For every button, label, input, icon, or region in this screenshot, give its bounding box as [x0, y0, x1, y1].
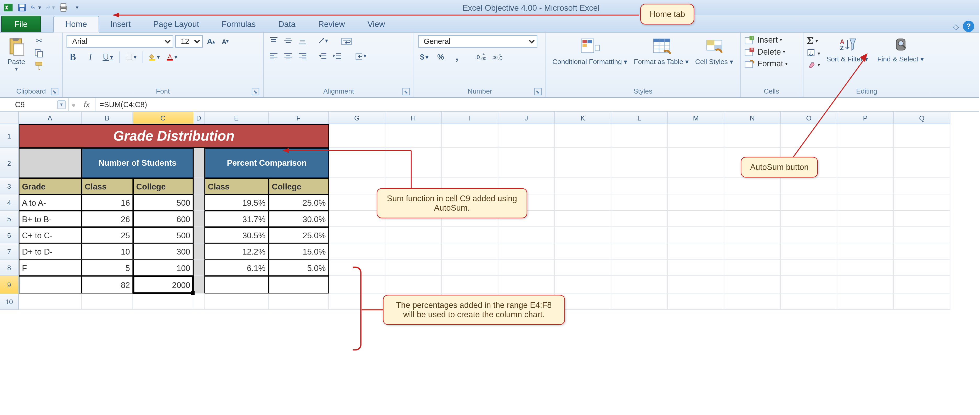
cell[interactable]: Grade Distribution — [19, 124, 329, 148]
align-middle-icon[interactable] — [282, 35, 294, 46]
cell[interactable] — [668, 276, 724, 293]
row-header-6[interactable]: 6 — [0, 227, 19, 243]
cell[interactable] — [555, 260, 611, 276]
select-all-corner[interactable] — [0, 112, 19, 124]
cell[interactable] — [781, 276, 837, 293]
cut-icon[interactable]: ✂ — [33, 35, 45, 46]
cell[interactable] — [668, 293, 724, 310]
row-header-2[interactable]: 2 — [0, 148, 19, 178]
cell[interactable] — [193, 293, 205, 310]
cell[interactable]: 100 — [133, 260, 193, 276]
tab-home[interactable]: Home — [53, 16, 99, 33]
cell[interactable] — [269, 276, 329, 293]
cell[interactable] — [894, 195, 950, 211]
cell[interactable]: 19.5% — [205, 195, 269, 211]
column-header-K[interactable]: K — [555, 112, 611, 124]
number-format-select[interactable]: General — [418, 35, 537, 48]
cell[interactable] — [611, 227, 668, 243]
fx-icon[interactable]: fx — [78, 98, 96, 111]
cell[interactable] — [19, 276, 81, 293]
cell[interactable] — [837, 195, 894, 211]
underline-button[interactable]: U — [102, 51, 114, 63]
cell[interactable] — [837, 260, 894, 276]
cell[interactable] — [724, 227, 781, 243]
cell[interactable]: C+ to C- — [19, 227, 81, 243]
delete-cells-button[interactable]: ×Delete ▾ — [744, 47, 788, 57]
cell[interactable] — [498, 227, 555, 243]
cell[interactable] — [133, 293, 193, 310]
cell[interactable] — [19, 148, 81, 178]
cell[interactable] — [894, 211, 950, 227]
cell[interactable] — [668, 227, 724, 243]
column-header-D[interactable]: D — [193, 112, 205, 124]
fill-color-icon[interactable] — [148, 51, 161, 63]
column-header-J[interactable]: J — [498, 112, 555, 124]
align-bottom-icon[interactable] — [296, 35, 309, 46]
cell[interactable]: A to A- — [19, 195, 81, 211]
cell[interactable] — [442, 276, 498, 293]
cell[interactable] — [385, 227, 442, 243]
column-header-L[interactable]: L — [611, 112, 668, 124]
cell[interactable] — [611, 195, 668, 211]
font-launcher[interactable]: ⬊ — [251, 88, 259, 95]
cell[interactable] — [555, 243, 611, 260]
redo-icon[interactable] — [44, 2, 55, 13]
cell[interactable] — [385, 260, 442, 276]
cell[interactable] — [329, 243, 385, 260]
cell[interactable]: B+ to B- — [19, 211, 81, 227]
cell[interactable] — [555, 211, 611, 227]
cell[interactable]: 12.2% — [205, 243, 269, 260]
copy-icon[interactable] — [33, 48, 45, 59]
grow-font-icon[interactable]: A▴ — [205, 36, 217, 47]
cell[interactable]: F — [19, 260, 81, 276]
cell[interactable] — [781, 195, 837, 211]
cell[interactable] — [611, 124, 668, 148]
row-header-4[interactable]: 4 — [0, 195, 19, 211]
format-painter-icon[interactable] — [33, 60, 45, 71]
font-size-select[interactable]: 12 — [175, 35, 203, 48]
column-header-E[interactable]: E — [205, 112, 269, 124]
cell[interactable]: 25.0% — [269, 227, 329, 243]
shrink-font-icon[interactable]: A▾ — [219, 36, 232, 47]
cell[interactable] — [385, 243, 442, 260]
cell[interactable] — [611, 276, 668, 293]
cell[interactable] — [329, 124, 385, 148]
cell[interactable] — [555, 195, 611, 211]
cell[interactable] — [724, 124, 781, 148]
cell[interactable]: 5 — [81, 260, 133, 276]
bold-button[interactable]: B — [67, 51, 79, 63]
clipboard-launcher[interactable]: ⬊ — [51, 88, 58, 95]
minimize-ribbon-icon[interactable]: ◇ — [953, 22, 959, 31]
format-cells-button[interactable]: Format ▾ — [744, 59, 788, 68]
row-header-8[interactable]: 8 — [0, 260, 19, 276]
cell[interactable] — [81, 293, 133, 310]
cell[interactable]: Class — [81, 178, 133, 195]
cell[interactable]: 500 — [133, 227, 193, 243]
autosum-button[interactable]: Σ ▾ — [807, 35, 820, 46]
cell[interactable] — [555, 227, 611, 243]
cell[interactable] — [837, 211, 894, 227]
column-header-F[interactable]: F — [269, 112, 329, 124]
cell-styles-button[interactable]: Cell Styles ▾ — [692, 35, 736, 67]
save-icon[interactable] — [16, 2, 27, 13]
qat-customize-icon[interactable]: ▾ — [72, 2, 83, 13]
cell[interactable] — [837, 227, 894, 243]
comma-icon[interactable]: , — [451, 51, 463, 63]
cell[interactable] — [781, 211, 837, 227]
cell[interactable] — [781, 178, 837, 195]
cell[interactable] — [193, 260, 205, 276]
cell[interactable] — [724, 260, 781, 276]
wrap-text-icon[interactable] — [340, 35, 353, 46]
find-select-button[interactable]: Find & Select ▾ — [875, 35, 927, 64]
cell[interactable] — [611, 211, 668, 227]
column-header-M[interactable]: M — [668, 112, 724, 124]
cell[interactable] — [668, 243, 724, 260]
cell[interactable] — [724, 276, 781, 293]
cell[interactable] — [724, 243, 781, 260]
cell[interactable] — [385, 124, 442, 148]
column-header-Q[interactable]: Q — [894, 112, 950, 124]
cell[interactable] — [781, 293, 837, 310]
cell[interactable] — [894, 227, 950, 243]
cell[interactable] — [781, 260, 837, 276]
merge-center-icon[interactable] — [355, 50, 367, 62]
